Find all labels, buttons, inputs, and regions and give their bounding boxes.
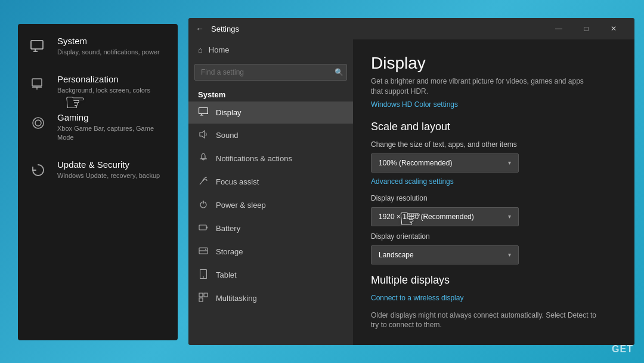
resolution-dropdown-arrow: ▾ bbox=[508, 213, 511, 220]
svg-rect-8 bbox=[199, 108, 208, 114]
minimize-button[interactable]: — bbox=[545, 18, 572, 39]
sidebar-item-tablet[interactable]: Tablet bbox=[188, 263, 353, 287]
tablet-icon bbox=[198, 269, 209, 281]
left-item-personalization[interactable]: Personalization Background, lock screen,… bbox=[27, 74, 168, 96]
search-box: 🔍 bbox=[194, 64, 347, 81]
sidebar-label-battery: Battery bbox=[216, 224, 240, 233]
left-item-gaming[interactable]: Gaming Xbox Game Bar, captures, Game Mod… bbox=[27, 112, 168, 143]
svg-rect-15 bbox=[199, 225, 206, 230]
sidebar-item-focus[interactable]: Focus assist bbox=[188, 170, 353, 193]
update-title: Update & Security bbox=[57, 159, 160, 170]
gaming-icon bbox=[27, 112, 49, 134]
scale-section-title: Scale and layout bbox=[371, 121, 617, 133]
sidebar-item-display[interactable]: Display bbox=[188, 101, 353, 124]
personalization-text: Personalization Background, lock screen,… bbox=[57, 74, 150, 95]
title-bar: ← Settings — □ ✕ bbox=[188, 18, 634, 39]
scale-value: 100% (Recommended) bbox=[379, 159, 452, 167]
storage-icon bbox=[198, 246, 209, 257]
left-item-update[interactable]: Update & Security Windows Update, recove… bbox=[27, 159, 168, 181]
home-label: Home bbox=[209, 45, 230, 54]
display-icon bbox=[198, 107, 209, 118]
svg-point-19 bbox=[205, 249, 206, 250]
orientation-dropdown-arrow: ▾ bbox=[508, 251, 511, 258]
search-input[interactable] bbox=[194, 64, 347, 81]
svg-rect-0 bbox=[31, 41, 43, 49]
multitasking-icon bbox=[198, 293, 209, 304]
scaling-link[interactable]: Advanced scaling settings bbox=[371, 177, 617, 186]
close-icon: ✕ bbox=[611, 24, 617, 33]
left-item-system[interactable]: System Display, sound, notifications, po… bbox=[27, 36, 168, 57]
back-button[interactable]: ← bbox=[196, 24, 204, 33]
sidebar-item-multitasking[interactable]: Multitasking bbox=[188, 287, 353, 310]
svg-rect-22 bbox=[199, 293, 203, 297]
wireless-display-link[interactable]: Connect to a wireless display bbox=[371, 294, 617, 302]
home-icon: ⌂ bbox=[198, 45, 203, 54]
sidebar-item-storage[interactable]: Storage bbox=[188, 240, 353, 263]
close-button[interactable]: ✕ bbox=[600, 18, 627, 39]
settings-sidebar: ⌂ Home 🔍 System Display bbox=[188, 39, 353, 345]
update-subtitle: Windows Update, recovery, backup bbox=[57, 171, 160, 180]
gaming-text: Gaming Xbox Game Bar, captures, Game Mod… bbox=[57, 112, 168, 143]
battery-icon bbox=[198, 223, 209, 234]
sidebar-label-display: Display bbox=[216, 108, 242, 117]
svg-marker-11 bbox=[200, 131, 205, 138]
sidebar-item-sound[interactable]: Sound bbox=[188, 124, 353, 147]
svg-rect-16 bbox=[206, 227, 208, 229]
scale-dropdown[interactable]: 100% (Recommended) ▾ bbox=[371, 153, 519, 173]
orientation-label: Display orientation bbox=[371, 232, 617, 241]
system-text: System Display, sound, notifications, po… bbox=[57, 36, 160, 57]
sidebar-label-multitasking: Multitasking bbox=[216, 294, 257, 303]
notifications-icon bbox=[198, 153, 209, 164]
sidebar-label-focus: Focus assist bbox=[216, 177, 259, 186]
gaming-subtitle: Xbox Game Bar, captures, Game Mode bbox=[57, 124, 168, 143]
sidebar-label-notifications: Notifications & actions bbox=[216, 154, 292, 163]
orientation-value: Landscape bbox=[379, 251, 414, 259]
main-content: Display Get a brighter and more vibrant … bbox=[353, 39, 634, 345]
older-displays-text: Older displays might not always connect … bbox=[371, 310, 597, 331]
maximize-icon: □ bbox=[584, 24, 588, 33]
svg-rect-23 bbox=[204, 293, 208, 297]
sidebar-item-battery[interactable]: Battery bbox=[188, 217, 353, 240]
watermark: GET bbox=[612, 344, 633, 355]
gaming-title: Gaming bbox=[57, 112, 168, 122]
hdr-link[interactable]: Windows HD Color settings bbox=[371, 100, 617, 109]
svg-point-6 bbox=[33, 118, 44, 128]
personalization-subtitle: Background, lock screen, colors bbox=[57, 86, 150, 95]
update-icon bbox=[27, 159, 49, 181]
svg-point-7 bbox=[35, 120, 41, 126]
power-icon bbox=[198, 199, 209, 211]
page-description: Get a brighter and more vibrant picture … bbox=[371, 76, 597, 97]
settings-window: ← Settings — □ ✕ ⌂ Home 🔍 Sy bbox=[188, 18, 634, 345]
minimize-icon: — bbox=[555, 24, 562, 33]
svg-rect-24 bbox=[199, 298, 203, 302]
personalization-icon bbox=[27, 74, 49, 96]
scale-dropdown-arrow: ▾ bbox=[508, 159, 511, 166]
sidebar-label-tablet: Tablet bbox=[216, 270, 237, 279]
back-arrow-icon: ← bbox=[196, 24, 204, 33]
scale-label: Change the size of text, apps, and other… bbox=[371, 140, 617, 149]
resolution-value: 1920 × 1080 (Recommended) bbox=[379, 213, 474, 221]
resolution-label: Display resolution bbox=[371, 194, 617, 202]
sidebar-item-notifications[interactable]: Notifications & actions bbox=[188, 147, 353, 170]
system-icon bbox=[27, 36, 49, 57]
sidebar-section-header: System bbox=[188, 85, 353, 101]
page-title: Display bbox=[371, 54, 617, 73]
svg-rect-3 bbox=[32, 79, 42, 86]
personalization-title: Personalization bbox=[57, 74, 150, 84]
resolution-dropdown[interactable]: 1920 × 1080 (Recommended) ▾ bbox=[371, 207, 519, 226]
orientation-dropdown[interactable]: Landscape ▾ bbox=[371, 245, 519, 264]
sidebar-item-power[interactable]: Power & sleep bbox=[188, 193, 353, 217]
system-subtitle: Display, sound, notifications, power bbox=[57, 48, 160, 57]
sidebar-home[interactable]: ⌂ Home bbox=[188, 39, 353, 60]
focus-icon bbox=[198, 176, 209, 187]
window-title: Settings bbox=[211, 24, 545, 33]
search-icon[interactable]: 🔍 bbox=[335, 68, 343, 76]
left-panel: System Display, sound, notifications, po… bbox=[18, 24, 178, 340]
sidebar-label-sound: Sound bbox=[216, 131, 239, 140]
sidebar-label-power: Power & sleep bbox=[216, 201, 266, 210]
sound-icon bbox=[198, 130, 209, 141]
maximize-button[interactable]: □ bbox=[572, 18, 600, 39]
window-controls: — □ ✕ bbox=[545, 18, 627, 39]
update-text: Update & Security Windows Update, recove… bbox=[57, 159, 160, 180]
sidebar-label-storage: Storage bbox=[216, 247, 243, 256]
